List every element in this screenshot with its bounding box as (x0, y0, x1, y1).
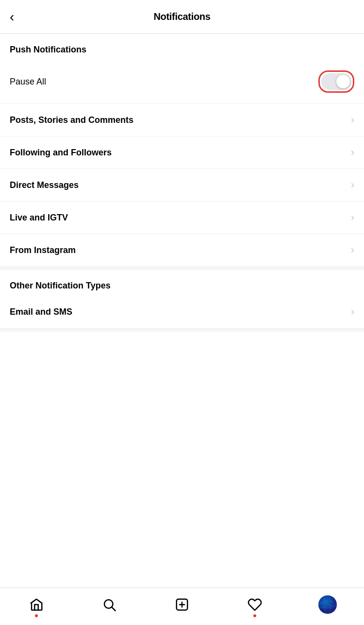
chevron-right-icon: › (351, 245, 354, 255)
profile-avatar (317, 594, 338, 615)
chevron-right-icon: › (351, 180, 354, 190)
pause-all-label: Pause All (10, 77, 46, 87)
email-sms-item[interactable]: Email and SMS › (0, 296, 364, 328)
pause-all-toggle[interactable] (321, 73, 351, 90)
other-notifications-section: Other Notification Types Email and SMS › (0, 270, 364, 332)
pause-all-row: Pause All (0, 60, 364, 104)
bottom-navigation (0, 588, 364, 625)
nav-profile[interactable] (317, 594, 338, 615)
heart-icon (244, 594, 265, 615)
home-dot (35, 614, 38, 617)
email-sms-label: Email and SMS (10, 307, 72, 317)
following-followers-item[interactable]: Following and Followers › (0, 136, 364, 169)
avatar (318, 595, 337, 614)
chevron-right-icon: › (351, 115, 354, 125)
chevron-right-icon: › (351, 212, 354, 223)
nav-home[interactable] (26, 594, 47, 615)
search-icon (99, 594, 120, 615)
pause-all-toggle-highlight (318, 70, 354, 93)
back-button[interactable]: ‹ (10, 10, 14, 24)
nav-create[interactable] (171, 594, 193, 615)
live-igtv-label: Live and IGTV (10, 213, 68, 223)
create-icon (171, 594, 193, 615)
header: ‹ Notifications (0, 0, 364, 34)
nav-activity[interactable] (244, 594, 265, 615)
live-igtv-item[interactable]: Live and IGTV › (0, 202, 364, 234)
other-notifications-header: Other Notification Types (0, 270, 364, 296)
direct-messages-item[interactable]: Direct Messages › (0, 169, 364, 202)
from-instagram-item[interactable]: From Instagram › (0, 234, 364, 266)
toggle-knob (336, 75, 350, 88)
nav-search[interactable] (99, 594, 120, 615)
chevron-right-icon: › (351, 147, 354, 158)
following-followers-label: Following and Followers (10, 148, 112, 158)
content: Push Notifications Pause All Posts, Stor… (0, 34, 364, 588)
from-instagram-label: From Instagram (10, 245, 76, 255)
page-title: Notifications (153, 11, 210, 22)
direct-messages-label: Direct Messages (10, 180, 79, 190)
chevron-right-icon: › (351, 306, 354, 317)
push-notifications-header: Push Notifications (0, 34, 364, 60)
svg-line-1 (112, 608, 116, 611)
posts-stories-comments-item[interactable]: Posts, Stories and Comments › (0, 104, 364, 136)
home-icon (26, 594, 47, 615)
posts-stories-comments-label: Posts, Stories and Comments (10, 115, 133, 125)
activity-dot (253, 614, 256, 617)
push-notifications-section: Push Notifications Pause All Posts, Stor… (0, 34, 364, 270)
